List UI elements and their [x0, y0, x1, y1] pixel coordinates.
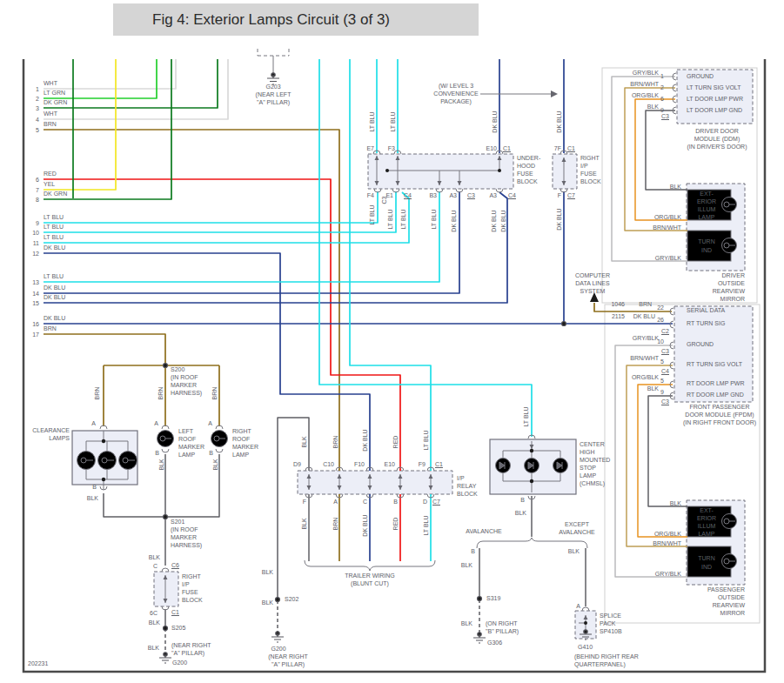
label-wire_names-lt_blu: LT BLU	[44, 234, 64, 240]
label-wire_names-blk: BLK	[670, 184, 681, 190]
diagram-labels: 1WHT2LT GRN3DK GRN4WHT5BRN6RED7YEL8DK GR…	[0, 0, 784, 683]
label-wire_names-dk_blu: DK BLU	[362, 429, 368, 451]
label-wire_names-lt_blu: LT BLU	[44, 224, 64, 230]
label-notes-computer-0: COMPUTER	[575, 272, 610, 278]
label-mirrors-driver-0: DRIVER	[722, 272, 745, 278]
label-wire_names-lt_grn: LT GRN	[44, 90, 65, 96]
label-ddm-conn: C3	[661, 113, 669, 119]
label-wire_names-brn_wht: BRN/WHT	[653, 224, 681, 231]
label-lamps-left_marker-2: MARKER	[178, 444, 204, 450]
label-wire_names-brn: BRN	[639, 301, 652, 307]
label-wire_names-brn: BRN	[157, 387, 164, 400]
label-left_rows-15-num: 16	[32, 321, 39, 327]
label-fuse_underhood-bottom-e1: E1	[385, 192, 393, 198]
label-fuse_right_ip_top-name-1: I/P	[580, 163, 588, 169]
label-splices-s319: S319	[486, 595, 500, 601]
label-left_rows-0-num: 1	[36, 86, 39, 92]
label-relay-top-1: C10	[323, 461, 334, 467]
label-splices-pack-0: SPLICE	[600, 613, 621, 619]
label-ddm-pins-0-fn: GROUND	[687, 73, 714, 79]
label-fuse_underhood-bottom-c3b: C3	[467, 192, 475, 198]
label-splices-s200-0: S200	[171, 366, 184, 372]
label-ddm-pins-0-num: 1	[660, 73, 664, 79]
label-grounds-g200b-2: "A" PILLAR)	[271, 661, 305, 667]
label-notes-trailer-0: TRAILER WIRING	[345, 573, 395, 579]
label-fuse_underhood-bottom-b3: B3	[429, 192, 437, 198]
label-wire_names-blk: BLK	[149, 554, 160, 560]
label-terms-b: B	[520, 497, 525, 503]
label-fuse_right_ip_top-name-0: RIGHT	[580, 155, 600, 161]
label-wire_names-dk_blu: DK BLU	[491, 210, 497, 231]
label-fpdm-serial-fn: SERIAL DATA	[687, 307, 725, 313]
label-splices-pack-1: PACK	[600, 620, 616, 626]
label-fpdm-pins-3-num: 9	[660, 389, 664, 395]
label-lamps-right_marker-0: RIGHT	[232, 428, 251, 434]
label-fuse_underhood-bottom-a3: A3	[449, 192, 457, 198]
label-left_rows-4-num: 5	[36, 127, 39, 133]
label-left_rows-10-num: 11	[33, 240, 39, 246]
label-wire_names-wht: WHT	[44, 110, 57, 117]
label-fuse_underhood-name-0: UNDER-	[517, 155, 540, 161]
label-relay-bottom-1: A	[333, 499, 338, 505]
label-wire_names-blk: BLK	[301, 436, 307, 447]
label-ddm-name-1: MODULE (DDM)	[694, 136, 740, 142]
label-wire_names-lt_blu: LT BLU	[431, 209, 437, 229]
label-notes-computer-2: SYSTEM	[580, 288, 606, 294]
label-wire_names-brn_wht: BRN/WHT	[653, 540, 681, 546]
label-wire_names-org_blk: ORG/BLK	[632, 92, 659, 98]
label-terms-a: A	[154, 420, 158, 426]
label-wire_names-dk_blu: DK BLU	[492, 110, 498, 132]
label-fuse_right_ip_left-name-0: RIGHT	[182, 573, 201, 579]
label-fpdm-turnsig-conn: C2	[661, 328, 669, 334]
label-wire_names-dk_blu: DK BLU	[500, 210, 506, 231]
label-mirrors-illum-3: LAMP	[698, 214, 714, 220]
label-splices-s200-1: (IN ROOF	[171, 374, 198, 380]
label-fuse_underhood-name-2: FUSE	[517, 171, 533, 177]
label-grounds-g410-2: QUARTERPANEL)	[574, 661, 626, 667]
label-wire_names-lt_blu: LT BLU	[423, 515, 429, 535]
label-wire_names-dk_blu: DK BLU	[451, 210, 457, 231]
label-fuse_right_ip_top-pin_f: F	[558, 192, 561, 198]
label-mirrors-passenger-1: OUTSIDE	[718, 594, 745, 600]
label-fuse_underhood-top-f3: F3	[388, 145, 395, 151]
label-wire_names-brn: BRN	[94, 387, 100, 400]
label-wire_names-dk_blu: DK BLU	[556, 110, 562, 132]
label-left_rows-3-num: 4	[36, 117, 39, 123]
label-notes-level3-2: PACKAGE)	[440, 98, 472, 104]
label-fpdm-serial-circuit: 1046	[611, 301, 625, 307]
label-splices-pack-2: SP410B	[600, 628, 622, 634]
label-fpdm-name-0: FRONT PASSENGER	[690, 404, 750, 410]
label-relay-bottom-3: B	[393, 499, 398, 505]
label-notes-avalanche: AVALANCHE	[466, 528, 501, 534]
label-fpdm-turnsig-num: 26	[657, 317, 664, 323]
label-notes-trailer-1: (BLUNT CUT)	[351, 580, 389, 586]
label-splices-s202: S202	[285, 596, 298, 602]
label-left_rows-9-num: 10	[32, 230, 39, 236]
label-fuse_underhood-top-e10: E10	[486, 145, 497, 151]
label-fpdm-pins-1-conn: C4	[661, 368, 669, 374]
label-grounds-g306-2: "B" PILLAR)	[486, 628, 519, 634]
label-mirrors-turn-0: TURN	[698, 238, 714, 244]
label-wire_names-dk_blu: DK BLU	[633, 313, 655, 319]
label-grounds-g203-1: (NEAR LEFT	[256, 91, 291, 97]
label-mirrors-illum-2: ILLUM	[698, 206, 716, 212]
label-wire_names-blk: BLK	[149, 619, 160, 626]
label-wire_names-blk: BLK	[515, 510, 526, 516]
label-wire_names-blk: BLK	[647, 104, 659, 110]
label-notes-computer-1: DATA LINES	[575, 280, 609, 286]
label-wire_names-brn: BRN	[332, 518, 338, 531]
label-wire_names-lt_blu: LT BLU	[523, 406, 529, 426]
label-wire_names-lt_blu: LT BLU	[44, 273, 64, 279]
label-grounds-g200b-1: (NEAR RIGHT	[268, 653, 308, 660]
label-lamps-chmsl-0: CENTER	[580, 441, 605, 447]
label-wire_names-gry_blk: GRY/BLK	[655, 255, 681, 261]
label-mirrors-passenger-0: PASSENGER	[707, 586, 745, 593]
label-wire_names-brn: BRN	[44, 325, 57, 331]
label-wire_names-dk_blu: DK BLU	[44, 315, 65, 321]
label-mirrors-illum-0: EXT-	[700, 507, 714, 513]
label-fpdm-pins-1-num: 5	[660, 358, 664, 365]
label-wire_names-gry_blk: GRY/BLK	[633, 70, 659, 76]
label-wire_names-lt_blu: LT BLU	[369, 111, 375, 131]
label-left_rows-7-num: 8	[36, 197, 39, 203]
label-fuse_right_ip_top-c7: C7	[567, 192, 575, 198]
